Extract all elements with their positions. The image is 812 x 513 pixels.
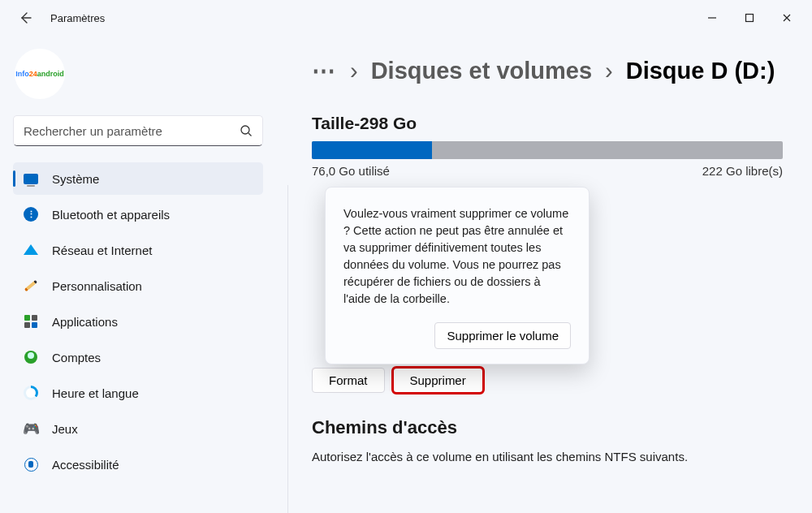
sidebar-item-gaming[interactable]: 🎮 Jeux [13, 412, 263, 445]
back-button[interactable] [18, 11, 32, 25]
avatar-text: 24 [29, 70, 37, 78]
search-icon [240, 124, 253, 137]
user-avatar[interactable]: Info24android [15, 49, 65, 99]
search-input[interactable]: Rechercher un paramètre [13, 115, 263, 146]
window-title: Paramètres [50, 12, 105, 24]
storage-usage-bar [312, 141, 783, 159]
svg-point-1 [241, 126, 249, 134]
bluetooth-icon: ⋮ [23, 206, 39, 222]
system-icon [23, 170, 39, 187]
sidebar-item-accounts[interactable]: Comptes [13, 341, 263, 373]
sidebar-item-time-language[interactable]: Heure et langue [13, 377, 263, 409]
breadcrumb: ⋯ › Disques et volumes › Disque D (D:) [312, 57, 786, 84]
storage-free-label: 222 Go libre(s) [702, 164, 783, 178]
breadcrumb-overflow[interactable]: ⋯ [312, 57, 337, 84]
paths-description: Autorisez l'accès à ce volume en utilisa… [312, 450, 786, 463]
sidebar-item-label: Applications [52, 315, 118, 329]
delete-button[interactable]: Supprimer [393, 368, 483, 393]
gaming-icon: 🎮 [23, 420, 39, 437]
sidebar-item-label: Réseau et Internet [52, 244, 152, 257]
volume-size-title: Taille-298 Go [312, 114, 786, 133]
sidebar-item-personalization[interactable]: Personnalisation [13, 269, 263, 302]
sidebar-item-label: Jeux [52, 422, 78, 436]
breadcrumb-current: Disque D (D:) [626, 58, 775, 84]
breadcrumb-disks-volumes[interactable]: Disques et volumes [371, 58, 592, 84]
dialog-message: Voulez-vous vraiment supprimer ce volume… [343, 205, 571, 308]
sidebar-item-label: Accessibilité [52, 458, 119, 472]
confirm-delete-volume-button[interactable]: Supprimer le volume [434, 322, 571, 349]
search-placeholder: Rechercher un paramètre [24, 124, 240, 138]
sidebar-item-network[interactable]: Réseau et Internet [13, 234, 263, 266]
minimize-button[interactable] [693, 5, 731, 31]
accounts-icon [23, 349, 39, 365]
personalization-icon [23, 278, 39, 294]
storage-used-label: 76,0 Go utilisé [312, 164, 390, 178]
time-icon [23, 385, 39, 401]
avatar-text: Info [15, 70, 29, 78]
avatar-text: android [37, 70, 64, 78]
sidebar-item-system[interactable]: Système [13, 162, 263, 195]
chevron-right-icon: › [350, 58, 358, 84]
chevron-right-icon: › [605, 58, 613, 84]
paths-heading: Chemins d'accès [312, 417, 786, 438]
accessibility-icon [23, 456, 39, 472]
sidebar-item-applications[interactable]: Applications [13, 305, 263, 338]
sidebar-item-label: Comptes [52, 351, 101, 364]
sidebar-item-label: Heure et langue [52, 386, 139, 400]
format-button[interactable]: Format [312, 368, 385, 393]
network-icon [23, 242, 39, 258]
sidebar-item-accessibility[interactable]: Accessibilité [13, 448, 263, 481]
svg-rect-0 [746, 15, 754, 22]
sidebar-item-bluetooth[interactable]: ⋮ Bluetooth et appareils [13, 198, 263, 231]
sidebar-item-label: Système [52, 172, 99, 186]
sidebar-item-label: Bluetooth et appareils [52, 208, 170, 222]
storage-usage-fill [312, 141, 432, 159]
maximize-button[interactable] [731, 5, 768, 31]
applications-icon [23, 313, 39, 330]
delete-volume-dialog: Voulez-vous vraiment supprimer ce volume… [325, 187, 590, 364]
close-button[interactable] [768, 5, 806, 31]
sidebar-item-label: Personnalisation [52, 279, 142, 293]
